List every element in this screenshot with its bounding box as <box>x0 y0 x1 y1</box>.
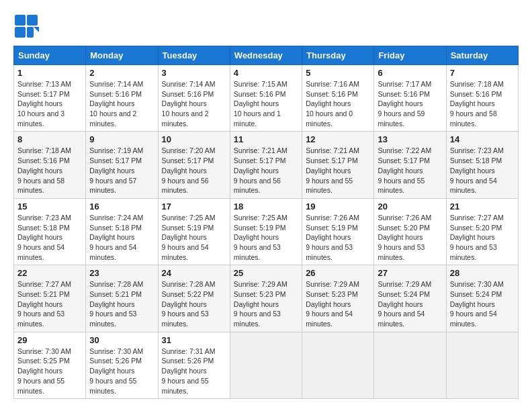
calendar-cell: 8Sunrise: 7:18 AMSunset: 5:16 PMDaylight… <box>14 132 86 198</box>
day-info: Sunrise: 7:31 AMSunset: 5:26 PMDaylight … <box>162 347 226 396</box>
svg-rect-2 <box>15 27 26 38</box>
day-info: Sunrise: 7:23 AMSunset: 5:18 PMDaylight … <box>17 213 82 262</box>
day-number: 23 <box>89 268 154 278</box>
calendar-table: SundayMondayTuesdayWednesdayThursdayFrid… <box>13 46 519 399</box>
calendar-cell: 28Sunrise: 7:30 AMSunset: 5:24 PMDayligh… <box>446 265 518 332</box>
calendar-cell: 7Sunrise: 7:18 AMSunset: 5:16 PMDaylight… <box>446 65 518 132</box>
day-number: 5 <box>306 68 370 78</box>
day-number: 15 <box>17 201 82 212</box>
calendar-header-row: SundayMondayTuesdayWednesdayThursdayFrid… <box>14 46 519 65</box>
day-info: Sunrise: 7:14 AMSunset: 5:16 PMDaylight … <box>162 79 226 128</box>
day-info: Sunrise: 7:27 AMSunset: 5:21 PMDaylight … <box>17 279 82 328</box>
calendar-cell: 9Sunrise: 7:19 AMSunset: 5:17 PMDaylight… <box>86 132 158 198</box>
day-info: Sunrise: 7:25 AMSunset: 5:19 PMDaylight … <box>162 213 226 262</box>
calendar-cell: 25Sunrise: 7:29 AMSunset: 5:23 PMDayligh… <box>230 265 302 332</box>
day-info: Sunrise: 7:15 AMSunset: 5:16 PMDaylight … <box>234 79 298 128</box>
calendar-cell <box>302 332 374 398</box>
day-info: Sunrise: 7:30 AMSunset: 5:26 PMDaylight … <box>89 347 154 396</box>
day-info: Sunrise: 7:23 AMSunset: 5:18 PMDaylight … <box>450 146 515 195</box>
day-info: Sunrise: 7:13 AMSunset: 5:17 PMDaylight … <box>17 79 82 128</box>
calendar-week-row: 22Sunrise: 7:27 AMSunset: 5:21 PMDayligh… <box>14 265 519 332</box>
day-info: Sunrise: 7:28 AMSunset: 5:21 PMDaylight … <box>89 279 154 328</box>
day-info: Sunrise: 7:21 AMSunset: 5:17 PMDaylight … <box>306 146 370 195</box>
day-number: 10 <box>162 134 226 144</box>
day-number: 26 <box>306 268 370 278</box>
day-info: Sunrise: 7:18 AMSunset: 5:16 PMDaylight … <box>450 79 515 128</box>
day-number: 12 <box>306 134 370 144</box>
calendar-cell: 19Sunrise: 7:26 AMSunset: 5:19 PMDayligh… <box>302 198 374 265</box>
day-info: Sunrise: 7:20 AMSunset: 5:17 PMDaylight … <box>162 146 226 195</box>
day-number: 13 <box>378 134 442 144</box>
calendar-cell: 1Sunrise: 7:13 AMSunset: 5:17 PMDaylight… <box>14 65 86 132</box>
calendar-cell: 23Sunrise: 7:28 AMSunset: 5:21 PMDayligh… <box>86 265 158 332</box>
calendar-week-row: 8Sunrise: 7:18 AMSunset: 5:16 PMDaylight… <box>14 132 519 198</box>
day-number: 4 <box>234 68 298 78</box>
day-number: 1 <box>17 68 82 78</box>
day-number: 14 <box>450 134 515 144</box>
day-number: 7 <box>450 68 515 78</box>
calendar-header-friday: Friday <box>374 46 446 65</box>
day-info: Sunrise: 7:16 AMSunset: 5:16 PMDaylight … <box>306 79 370 128</box>
day-number: 2 <box>89 68 154 78</box>
day-number: 21 <box>450 201 515 212</box>
day-info: Sunrise: 7:27 AMSunset: 5:20 PMDaylight … <box>450 213 515 262</box>
day-number: 11 <box>234 134 298 144</box>
calendar-cell: 4Sunrise: 7:15 AMSunset: 5:16 PMDaylight… <box>230 65 302 132</box>
calendar-cell <box>230 332 302 398</box>
day-info: Sunrise: 7:29 AMSunset: 5:24 PMDaylight … <box>378 279 442 328</box>
day-number: 20 <box>378 201 442 212</box>
logo <box>13 13 40 39</box>
svg-rect-1 <box>27 15 38 26</box>
day-number: 22 <box>17 268 82 278</box>
calendar-cell: 2Sunrise: 7:14 AMSunset: 5:16 PMDaylight… <box>86 65 158 132</box>
calendar-cell: 11Sunrise: 7:21 AMSunset: 5:17 PMDayligh… <box>230 132 302 198</box>
calendar-header-monday: Monday <box>86 46 158 65</box>
calendar-cell: 31Sunrise: 7:31 AMSunset: 5:26 PMDayligh… <box>158 332 230 398</box>
day-number: 24 <box>162 268 226 278</box>
calendar-header-thursday: Thursday <box>302 46 374 65</box>
day-info: Sunrise: 7:25 AMSunset: 5:19 PMDaylight … <box>234 213 298 262</box>
day-info: Sunrise: 7:22 AMSunset: 5:17 PMDaylight … <box>378 146 442 195</box>
calendar-cell: 29Sunrise: 7:30 AMSunset: 5:25 PMDayligh… <box>14 332 86 398</box>
day-number: 27 <box>378 268 442 278</box>
day-info: Sunrise: 7:21 AMSunset: 5:17 PMDaylight … <box>234 146 298 195</box>
day-info: Sunrise: 7:24 AMSunset: 5:18 PMDaylight … <box>89 213 154 262</box>
logo-icon <box>13 13 39 39</box>
svg-marker-4 <box>34 27 39 32</box>
day-number: 6 <box>378 68 442 78</box>
day-info: Sunrise: 7:19 AMSunset: 5:17 PMDaylight … <box>89 146 154 195</box>
calendar-cell: 30Sunrise: 7:30 AMSunset: 5:26 PMDayligh… <box>86 332 158 398</box>
calendar-header-sunday: Sunday <box>14 46 86 65</box>
calendar-cell: 16Sunrise: 7:24 AMSunset: 5:18 PMDayligh… <box>86 198 158 265</box>
day-number: 9 <box>89 134 154 144</box>
day-number: 8 <box>17 134 82 144</box>
calendar-body: 1Sunrise: 7:13 AMSunset: 5:17 PMDaylight… <box>14 65 519 399</box>
day-number: 28 <box>450 268 515 278</box>
day-number: 19 <box>306 201 370 212</box>
calendar-cell: 26Sunrise: 7:29 AMSunset: 5:23 PMDayligh… <box>302 265 374 332</box>
calendar-cell: 18Sunrise: 7:25 AMSunset: 5:19 PMDayligh… <box>230 198 302 265</box>
calendar-cell: 14Sunrise: 7:23 AMSunset: 5:18 PMDayligh… <box>446 132 518 198</box>
day-info: Sunrise: 7:30 AMSunset: 5:24 PMDaylight … <box>450 279 515 328</box>
page-header <box>13 13 519 39</box>
svg-rect-3 <box>27 27 34 38</box>
day-info: Sunrise: 7:26 AMSunset: 5:20 PMDaylight … <box>378 213 442 262</box>
svg-rect-0 <box>15 15 26 26</box>
calendar-cell: 15Sunrise: 7:23 AMSunset: 5:18 PMDayligh… <box>14 198 86 265</box>
calendar-header-saturday: Saturday <box>446 46 518 65</box>
calendar-header-wednesday: Wednesday <box>230 46 302 65</box>
calendar-cell: 5Sunrise: 7:16 AMSunset: 5:16 PMDaylight… <box>302 65 374 132</box>
calendar-week-row: 15Sunrise: 7:23 AMSunset: 5:18 PMDayligh… <box>14 198 519 265</box>
calendar-cell <box>374 332 446 398</box>
calendar-cell: 6Sunrise: 7:17 AMSunset: 5:16 PMDaylight… <box>374 65 446 132</box>
calendar-cell: 17Sunrise: 7:25 AMSunset: 5:19 PMDayligh… <box>158 198 230 265</box>
day-number: 18 <box>234 201 298 212</box>
day-info: Sunrise: 7:29 AMSunset: 5:23 PMDaylight … <box>306 279 370 328</box>
calendar-cell: 13Sunrise: 7:22 AMSunset: 5:17 PMDayligh… <box>374 132 446 198</box>
calendar-cell: 22Sunrise: 7:27 AMSunset: 5:21 PMDayligh… <box>14 265 86 332</box>
day-info: Sunrise: 7:28 AMSunset: 5:22 PMDaylight … <box>162 279 226 328</box>
calendar-cell: 10Sunrise: 7:20 AMSunset: 5:17 PMDayligh… <box>158 132 230 198</box>
day-info: Sunrise: 7:30 AMSunset: 5:25 PMDaylight … <box>17 347 82 396</box>
day-number: 25 <box>234 268 298 278</box>
day-number: 30 <box>89 335 154 345</box>
